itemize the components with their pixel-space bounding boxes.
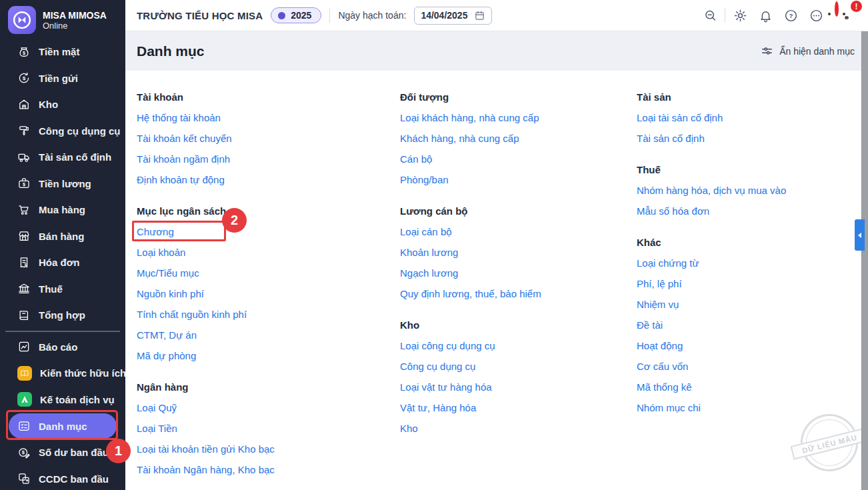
category-link[interactable]: Tài khoản Ngân hàng, Kho bạc	[137, 464, 275, 475]
category-link[interactable]: Mục/Tiểu mục	[137, 267, 199, 279]
category-link[interactable]: Công cụ dụng cụ	[400, 361, 475, 372]
topbar-divider	[329, 8, 330, 23]
category-link[interactable]: Loại Quỹ	[137, 402, 177, 413]
sidebar-item-warehouse[interactable]: Kho	[0, 91, 125, 118]
sidebar-item-tax-bank[interactable]: Thuế	[0, 276, 125, 303]
category-link-row: Mã dự phòng	[137, 345, 400, 366]
sidebar-item-salary-briefcase[interactable]: $Tiền lương	[0, 171, 125, 197]
category-link[interactable]: Loại khoản	[137, 247, 185, 258]
sidebar-item-sales-store[interactable]: Bán hàng	[0, 223, 125, 250]
category-section: KhoLoại công cụ dụng cụCông cụ dụng cụLo…	[400, 315, 637, 439]
category-link-row: Mẫu số hóa đơn	[637, 201, 837, 221]
quick-search-icon[interactable]	[699, 5, 721, 26]
category-link[interactable]: Quy định lương, thuế, bảo hiểm	[400, 288, 541, 299]
posting-date-input[interactable]: 14/04/2025	[414, 7, 492, 25]
sidebar-item-knowledge[interactable]: Kiến thức hữu ích	[0, 360, 125, 387]
notifications-bell-icon[interactable]	[755, 5, 776, 26]
sidebar-item-tools[interactable]: Công cụ dụng cụ	[0, 118, 125, 145]
category-link[interactable]: CTMT, Dự án	[137, 329, 197, 341]
category-link-row: Chương2	[137, 221, 400, 242]
category-link[interactable]: Nhiệm vụ	[637, 299, 679, 310]
sidebar-item-label: Kiến thức hữu ích	[40, 367, 126, 379]
svg-text:$: $	[25, 262, 27, 266]
category-link[interactable]: Loại vật tư hàng hóa	[400, 381, 492, 393]
category-link-row: Loại tài sản cố định	[637, 107, 837, 128]
category-link[interactable]: Khách hàng, nhà cung cấp	[400, 133, 519, 144]
category-link-row: Loại vật tư hàng hóa	[400, 377, 637, 397]
organization-name[interactable]: TRƯỜNG TIỂU HỌC MISA	[137, 10, 263, 21]
svg-text:$: $	[22, 449, 25, 455]
category-link[interactable]: Loại khách hàng, nhà cung cấp	[400, 112, 539, 123]
sidebar-item-purchase-cart[interactable]: Mua hàng	[0, 197, 125, 223]
category-link[interactable]: Kho	[400, 423, 418, 434]
knowledge-icon	[17, 366, 32, 381]
sidebar-item-ccdc-initial[interactable]: CCDC ban đầu	[0, 466, 125, 490]
sidebar-item-invoice[interactable]: $Hóa đơn	[0, 249, 125, 276]
category-link[interactable]: Mẫu số hóa đơn	[637, 205, 709, 217]
sidebar-item-fixed-asset-truck[interactable]: Tài sản cố định	[0, 144, 125, 171]
category-link[interactable]: Hệ thống tài khoản	[137, 112, 221, 123]
category-link[interactable]: Hoạt động	[637, 340, 683, 351]
category-link[interactable]: Nguồn kinh phí	[137, 288, 204, 299]
category-link[interactable]: Loại tài khoản tiền gửi Kho bạc	[137, 443, 275, 455]
fiscal-year-selector[interactable]: 2025	[271, 7, 321, 23]
sidebar-item-label: Công cụ dụng cụ	[39, 125, 120, 137]
sidebar-item-report-chart[interactable]: Báo cáo	[0, 334, 125, 361]
category-link[interactable]: Cơ cấu vốn	[637, 361, 688, 372]
sidebar-item-accounting-service[interactable]: Kế toán dịch vụ	[0, 387, 125, 413]
sidebar: MISA MIMOSA Online $Tiền mặt$Tiền gửiKho…	[0, 0, 125, 490]
toggle-categories-button[interactable]: Ẩn hiện danh mục	[761, 45, 855, 57]
section-title: Khác	[637, 232, 837, 253]
category-link[interactable]: Tính chất nguồn kinh phí	[137, 309, 247, 320]
category-link[interactable]: Tài khoản ngầm định	[137, 153, 230, 165]
fiscal-year-value: 2025	[291, 10, 311, 21]
vertical-scrollbar[interactable]	[861, 31, 868, 490]
topbar-icon-divider	[725, 8, 725, 23]
collapse-panel-tab[interactable]	[855, 219, 865, 251]
category-link[interactable]: Mã dự phòng	[137, 350, 196, 361]
category-link[interactable]: Khoản lương	[400, 247, 458, 258]
category-link[interactable]: Loại cán bộ	[400, 226, 452, 237]
category-link[interactable]: Vật tư, Hàng hóa	[400, 402, 476, 413]
category-link[interactable]: Chương	[137, 226, 174, 237]
sidebar-item-deposit[interactable]: $Tiền gửi	[0, 65, 125, 92]
category-link[interactable]: Định khoản tự động	[137, 174, 225, 185]
category-link-row: Loại cán bộ	[400, 221, 637, 242]
help-icon[interactable]: ?	[780, 5, 801, 26]
opening-balance-icon: $	[17, 446, 31, 459]
category-link[interactable]: Tài sản cố định	[637, 133, 705, 144]
category-link[interactable]: Nhóm hàng hóa, dịch vụ mua vào	[637, 185, 786, 196]
category-section: Mục lục ngân sáchChương2Loại khoảnMục/Ti…	[137, 201, 400, 366]
category-link[interactable]: Ngạch lương	[400, 267, 458, 279]
sidebar-nav: $Tiền mặt$Tiền gửiKhoCông cụ dụng cụTài …	[0, 39, 125, 490]
settings-gear-icon[interactable]	[729, 5, 751, 26]
purchase-cart-icon	[17, 203, 31, 217]
category-link[interactable]: Đề tài	[637, 319, 663, 331]
sidebar-item-label: Kế toán dịch vụ	[40, 394, 115, 405]
user-avatar[interactable]: !	[835, 3, 859, 27]
category-link[interactable]: Loại Tiền	[137, 423, 177, 434]
sidebar-item-category-list[interactable]: Danh mục	[9, 413, 117, 439]
category-link-row: Quy định lương, thuế, bảo hiểm	[400, 283, 637, 304]
category-link[interactable]: Cán bộ	[400, 153, 432, 165]
category-link[interactable]: Loại tài sản cố định	[637, 112, 723, 123]
category-section: ThuếNhóm hàng hóa, dịch vụ mua vàoMẫu số…	[637, 159, 837, 221]
category-link[interactable]: Loại công cụ dụng cụ	[400, 340, 495, 351]
sidebar-item-label: Số dư ban đầu	[39, 447, 109, 458]
category-link[interactable]: Phí, lệ phí	[637, 278, 682, 289]
topbar: TRƯỜNG TIỂU HỌC MISA 2025 Ngày hạch toán…	[125, 0, 868, 31]
app-logo-row[interactable]: MISA MIMOSA Online	[0, 0, 125, 39]
sidebar-item-label: Kho	[39, 99, 58, 110]
category-link[interactable]: Loại chứng từ	[637, 257, 699, 269]
category-link[interactable]: Mã thống kê	[637, 381, 692, 393]
category-link-row: Định khoản tự động	[137, 169, 400, 190]
category-link[interactable]: Phòng/ban	[400, 174, 449, 185]
category-link[interactable]: Tài khoản kết chuyển	[137, 133, 232, 144]
section-title: Đối tượng	[400, 87, 637, 107]
category-link[interactable]: Nhóm mục chi	[637, 402, 701, 413]
category-link-row: Nguồn kinh phí	[137, 283, 400, 304]
sidebar-item-ledger-book[interactable]: Tổng hợp	[0, 302, 125, 329]
sidebar-item-cash[interactable]: $Tiền mặt	[0, 39, 125, 65]
more-options-icon[interactable]	[805, 5, 827, 26]
category-link-row: Loại Quỹ	[137, 397, 400, 418]
